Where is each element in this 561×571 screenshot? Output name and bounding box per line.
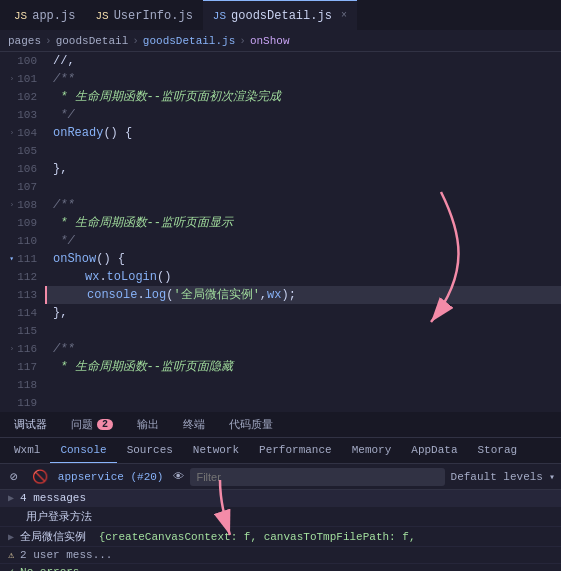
gutter-100: 100 [0, 52, 37, 70]
gutter-102: 102 [0, 88, 37, 106]
tab-console[interactable]: Console [50, 438, 116, 464]
breadcrumb-file[interactable]: goodsDetail.js [143, 35, 235, 47]
close-icon[interactable]: × [341, 10, 347, 21]
console-red-arrow-svg [200, 480, 280, 540]
line-115 [45, 322, 561, 340]
messages-label: 4 messages [20, 492, 86, 504]
tab-wxml[interactable]: Wxml [4, 438, 50, 464]
line-110: */ [45, 232, 561, 250]
line-105 [45, 142, 561, 160]
code-content: //, /** * 生命周期函数--监听页面初次渲染完成 */ onReady(… [45, 52, 561, 412]
eye-icon[interactable]: 👁 [173, 470, 184, 483]
issues-label: 问题 [71, 417, 93, 432]
terminal-label: 终端 [183, 419, 205, 431]
fold-icon-104[interactable]: › [9, 124, 14, 142]
output-label: 输出 [137, 419, 159, 431]
tab-label: app.js [32, 9, 75, 23]
debug-btn-debugger[interactable]: 调试器 [8, 415, 53, 434]
gutter-101: ›101 [0, 70, 37, 88]
line-118 [45, 376, 561, 394]
gutter-111: ▾111 [0, 250, 37, 268]
line-103: */ [45, 106, 561, 124]
tab-memory[interactable]: Memory [342, 438, 402, 464]
fold-icon-116[interactable]: › [9, 340, 14, 358]
tab-userinfo-js[interactable]: JS UserInfo.js [85, 0, 202, 30]
line-numbers: 100 ›101 102 103 ›104 105 106 107 ›108 1… [0, 52, 45, 412]
tab-storage[interactable]: Storag [468, 438, 528, 464]
breadcrumb-func[interactable]: onShow [250, 35, 290, 47]
devtools-tabs: Wxml Console Sources Network Performance… [0, 438, 561, 464]
gutter-106: 106 [0, 160, 37, 178]
tab-label: UserInfo.js [114, 9, 193, 23]
debug-toolbar: 调试器 问题 2 输出 终端 代码质量 [0, 412, 561, 438]
gutter-117: 117 [0, 358, 37, 376]
line-101: /** [45, 70, 561, 88]
console-row-login[interactable]: 用户登录方法 [0, 507, 561, 527]
js-active-icon: JS [213, 10, 226, 22]
warn-icon: ⚠ [8, 549, 14, 561]
fold-icon-111[interactable]: ▾ [9, 250, 14, 268]
debug-btn-output[interactable]: 输出 [131, 415, 165, 434]
line-104: onReady() { [45, 124, 561, 142]
gutter-114: 114 [0, 304, 37, 322]
debug-btn-terminal[interactable]: 终端 [177, 415, 211, 434]
gutter-104: ›104 [0, 124, 37, 142]
gutter-108: ›108 [0, 196, 37, 214]
gutter-115: 115 [0, 322, 37, 340]
title-bar: JS app.js JS UserInfo.js JS goodsDetail.… [0, 0, 561, 30]
gutter-118: 118 [0, 376, 37, 394]
levels-chevron: ▾ [549, 471, 555, 483]
levels-dropdown[interactable]: Default levels [451, 471, 543, 483]
user-mess-label: 2 user mess... [20, 549, 112, 561]
console-row-messages[interactable]: ▶ 4 messages [0, 490, 561, 507]
line-106: }, [45, 160, 561, 178]
tab-appdata[interactable]: AppData [401, 438, 467, 464]
gutter-113: 113 [0, 286, 37, 304]
js-icon: JS [14, 10, 27, 22]
tab-sources[interactable]: Sources [117, 438, 183, 464]
line-117: * 生命周期函数--监听页面隐藏 [45, 358, 561, 376]
line-119 [45, 394, 561, 412]
expand-icon-messages[interactable]: ▶ [8, 492, 14, 504]
gutter-116: ›116 [0, 340, 37, 358]
line-108: /** [45, 196, 561, 214]
gutter-109: 109 [0, 214, 37, 232]
line-100: //, [45, 52, 561, 70]
console-row-no-errors[interactable]: ✓ No errors [0, 564, 561, 571]
tab-app-js[interactable]: JS app.js [4, 0, 85, 30]
line-112: wx.toLogin() [45, 268, 561, 286]
issues-badge: 2 [97, 419, 113, 430]
fold-icon-108[interactable]: › [9, 196, 14, 214]
context-label: appservice (#20) [58, 471, 164, 483]
breadcrumb-pages[interactable]: pages [8, 35, 41, 47]
clear-icon[interactable]: 🚫 [28, 467, 52, 487]
gutter-107: 107 [0, 178, 37, 196]
ok-icon: ✓ [8, 566, 14, 571]
fold-icon-101[interactable]: › [9, 70, 14, 88]
line-111: onShow() { [45, 250, 561, 268]
login-text: 用户登录方法 [26, 509, 92, 524]
console-row-wechat[interactable]: ▶ 全局微信实例 {createCanvasContext: f, canvas… [0, 527, 561, 547]
expand-icon-wechat[interactable]: ▶ [8, 531, 14, 543]
tab-label: goodsDetail.js [231, 9, 332, 23]
stop-icon[interactable]: ⊘ [6, 467, 22, 487]
tab-goodsdetail-js[interactable]: JS goodsDetail.js × [203, 0, 357, 30]
tab-performance[interactable]: Performance [249, 438, 342, 464]
line-114: }, [45, 304, 561, 322]
tab-network[interactable]: Network [183, 438, 249, 464]
gutter-103: 103 [0, 106, 37, 124]
js-icon: JS [95, 10, 108, 22]
console-row-user-mess[interactable]: ⚠ 2 user mess... [0, 547, 561, 564]
red-arrow-svg [401, 192, 481, 352]
debug-btn-issues[interactable]: 问题 2 [65, 415, 119, 434]
breadcrumb: pages › goodsDetail › goodsDetail.js › o… [0, 30, 561, 52]
gutter-105: 105 [0, 142, 37, 160]
wechat-label: 全局微信实例 [20, 529, 93, 544]
line-116: /** [45, 340, 561, 358]
context-selector[interactable]: appservice (#20) 👁 [58, 470, 185, 483]
gutter-110: 110 [0, 232, 37, 250]
breadcrumb-goodsdetail[interactable]: goodsDetail [56, 35, 129, 47]
line-113: console.log('全局微信实例',wx); [45, 286, 561, 304]
debug-btn-code-quality[interactable]: 代码质量 [223, 415, 279, 434]
no-errors-label: No errors [20, 566, 79, 571]
